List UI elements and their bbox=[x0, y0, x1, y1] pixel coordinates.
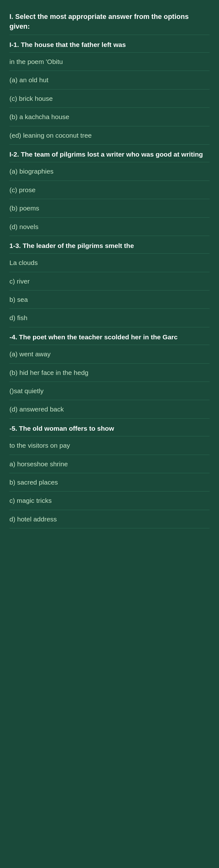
option-q3d[interactable]: d) fish bbox=[9, 309, 210, 327]
main-container: I. Select the most appropriate answer fr… bbox=[0, 0, 219, 535]
question-text-q3: 1-3. The leader of the pilgrims smelt th… bbox=[9, 236, 210, 254]
question-subtext-q5: to the visitors on pay bbox=[9, 436, 210, 455]
option-q2c[interactable]: (c) prose bbox=[9, 181, 210, 199]
question-block-q2: I-2. The team of pilgrims lost a writer … bbox=[9, 145, 210, 236]
option-q1ed[interactable]: (ed) leaning on coconut tree bbox=[9, 126, 210, 145]
option-q1b[interactable]: (b) a kachcha house bbox=[9, 108, 210, 126]
option-q1c[interactable]: (c) brick house bbox=[9, 90, 210, 108]
option-q4c[interactable]: ()sat quietly bbox=[9, 382, 210, 400]
option-q5b[interactable]: b) sacred places bbox=[9, 473, 210, 492]
option-q4a[interactable]: (a) went away bbox=[9, 345, 210, 363]
question-block-q5: -5. The old woman offers to showto the v… bbox=[9, 419, 210, 528]
option-q2b[interactable]: (b) poems bbox=[9, 199, 210, 217]
question-text-q2: I-2. The team of pilgrims lost a writer … bbox=[9, 145, 210, 162]
questions-container: I-1. The house that the father left wasi… bbox=[9, 35, 210, 529]
option-q4b[interactable]: (b) hid her face in the hedg bbox=[9, 364, 210, 382]
question-text-q5: -5. The old woman offers to show bbox=[9, 419, 210, 436]
option-q2a[interactable]: (a) biographies bbox=[9, 162, 210, 181]
option-q3b[interactable]: b) sea bbox=[9, 290, 210, 309]
option-q2d[interactable]: (d) novels bbox=[9, 218, 210, 236]
option-q1a[interactable]: (a) an old hut bbox=[9, 71, 210, 89]
section-header: I. Select the most appropriate answer fr… bbox=[9, 6, 210, 35]
question-text-q1: I-1. The house that the father left was bbox=[9, 35, 210, 53]
option-q5d[interactable]: d) hotel address bbox=[9, 510, 210, 528]
option-q5c[interactable]: c) magic tricks bbox=[9, 492, 210, 510]
question-block-q1: I-1. The house that the father left wasi… bbox=[9, 35, 210, 145]
question-subtext-q1: in the poem 'Obitu bbox=[9, 53, 210, 71]
question-block-q3: 1-3. The leader of the pilgrims smelt th… bbox=[9, 236, 210, 327]
option-q3la[interactable]: La clouds bbox=[9, 254, 210, 272]
question-block-q4: -4. The poet when the teacher scolded he… bbox=[9, 327, 210, 419]
option-q4d[interactable]: (d) answered back bbox=[9, 400, 210, 418]
option-q3c[interactable]: c) river bbox=[9, 272, 210, 290]
question-text-q4: -4. The poet when the teacher scolded he… bbox=[9, 327, 210, 345]
option-q5a[interactable]: a) horseshoe shrine bbox=[9, 455, 210, 473]
